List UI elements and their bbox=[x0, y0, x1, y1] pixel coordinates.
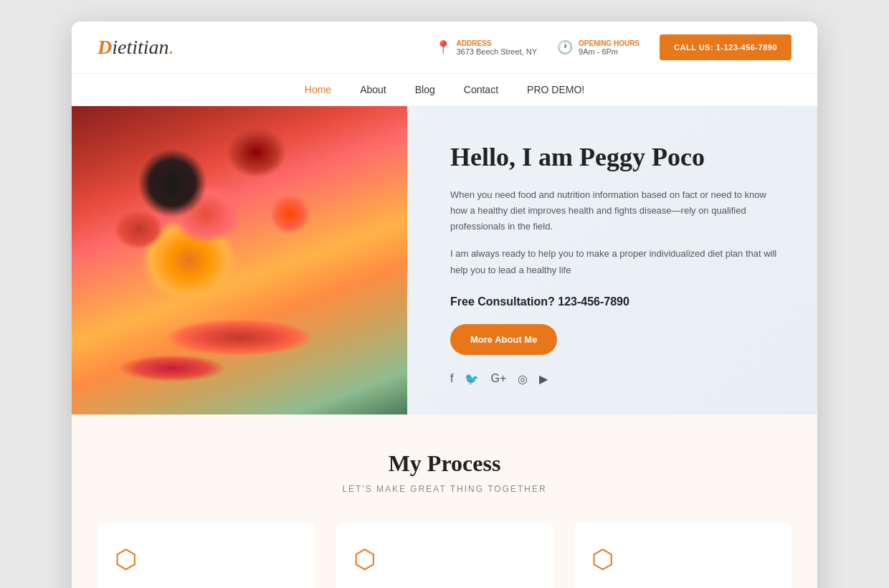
consultation-text: Free Consultation? 123-456-7890 bbox=[450, 295, 781, 308]
nav-blog[interactable]: Blog bbox=[415, 84, 435, 95]
process-card-3-icon: ⬡ bbox=[591, 544, 774, 574]
social-icons: f 🐦 G+ ◎ ▶ bbox=[450, 372, 781, 386]
process-section: My Process LET'S MAKE GREAT THING TOGETH… bbox=[72, 414, 817, 588]
clock-icon: 🕐 bbox=[557, 39, 573, 55]
hours-info: 🕐 Opening Hours 9Am - 6Pm bbox=[557, 39, 640, 56]
process-cards: ⬡ ⬡ ⬡ bbox=[98, 523, 791, 588]
hero-content: Hello, I am Peggy Poco When you need foo… bbox=[407, 106, 817, 414]
nav-home[interactable]: Home bbox=[305, 84, 331, 95]
twitter-icon[interactable]: 🐦 bbox=[465, 372, 479, 386]
address-value: 3673 Beech Street, NY bbox=[457, 47, 538, 56]
nav-pro-demo[interactable]: PRO DEMO! bbox=[527, 84, 584, 95]
youtube-icon[interactable]: ▶ bbox=[539, 372, 548, 386]
nav-contact[interactable]: Contact bbox=[464, 84, 498, 95]
call-button[interactable]: CALL US: 1-123-456-7890 bbox=[660, 34, 791, 60]
logo-rest: ietitian bbox=[112, 36, 168, 58]
process-card-1-icon: ⬡ bbox=[115, 544, 298, 574]
hero-title: Hello, I am Peggy Poco bbox=[450, 142, 781, 173]
location-icon: 📍 bbox=[435, 39, 451, 55]
more-about-me-button[interactable]: More About Me bbox=[450, 324, 557, 355]
address-text: Address 3673 Beech Street, NY bbox=[457, 39, 538, 56]
nav-bar: Home About Blog Contact PRO DEMO! bbox=[72, 74, 817, 106]
nav-about[interactable]: About bbox=[360, 84, 386, 95]
process-card-3: ⬡ bbox=[574, 523, 791, 588]
instagram-icon[interactable]: ◎ bbox=[518, 372, 528, 386]
hero-section: Hello, I am Peggy Poco When you need foo… bbox=[72, 106, 817, 414]
logo-dot: . bbox=[169, 36, 174, 58]
logo-d: D bbox=[98, 36, 112, 58]
hours-text: Opening Hours 9Am - 6Pm bbox=[579, 39, 640, 56]
process-card-1: ⬡ bbox=[98, 523, 315, 588]
process-subtitle: LET'S MAKE GREAT THING TOGETHER bbox=[98, 484, 791, 494]
facebook-icon[interactable]: f bbox=[450, 372, 453, 385]
logo: Dietitian. bbox=[98, 36, 174, 59]
process-card-2-icon: ⬡ bbox=[353, 544, 536, 574]
address-label: Address bbox=[457, 39, 538, 47]
browser-window: Dietitian. 📍 Address 3673 Beech Street, … bbox=[72, 22, 817, 588]
hero-description-1: When you need food and nutrition informa… bbox=[450, 187, 781, 234]
top-bar: Dietitian. 📍 Address 3673 Beech Street, … bbox=[72, 22, 817, 74]
hero-description-2: I am always ready to help you to make a … bbox=[450, 246, 781, 278]
address-info: 📍 Address 3673 Beech Street, NY bbox=[435, 39, 538, 56]
hours-value: 9Am - 6Pm bbox=[579, 47, 640, 56]
hours-label: Opening Hours bbox=[579, 39, 640, 47]
fruit-overlay bbox=[72, 106, 407, 414]
top-info: 📍 Address 3673 Beech Street, NY 🕐 Openin… bbox=[435, 34, 792, 60]
process-title: My Process bbox=[98, 450, 791, 477]
hero-image bbox=[72, 106, 407, 414]
process-card-2: ⬡ bbox=[336, 523, 553, 588]
googleplus-icon[interactable]: G+ bbox=[490, 372, 506, 385]
